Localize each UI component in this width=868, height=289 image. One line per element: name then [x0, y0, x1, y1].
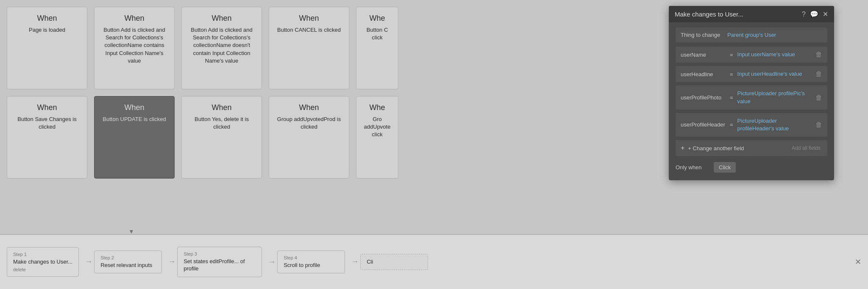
field-row-userprofilephoto[interactable]: userProfilePhoto = PictureUploader profi… [676, 85, 827, 109]
field-name-userprofileheader: userProfileHeader [681, 121, 727, 128]
close-icon[interactable]: ✕ [823, 10, 828, 18]
field-equals-username: = [730, 52, 733, 58]
thing-to-change-label: Thing to change [681, 32, 727, 38]
delete-icon-username[interactable]: 🗑 [815, 51, 822, 58]
field-equals-userprofilephoto: = [730, 94, 733, 101]
field-row-userprofileheader[interactable]: userProfileHeader = PictureUploader prof… [676, 113, 827, 137]
modal-panel: Make changes to User... ? 💬 ✕ Thing to c… [669, 6, 834, 180]
delete-icon-userheadline[interactable]: 🗑 [815, 70, 822, 78]
field-row-username[interactable]: userName = Input userName's value 🗑 [676, 47, 827, 63]
change-another-field-button[interactable]: + + Change another field Add all fields [676, 140, 827, 156]
field-equals-userprofileheader: = [730, 121, 733, 128]
field-name-userprofilephoto: userProfilePhoto [681, 94, 727, 101]
field-name-userheadline: userHeadline [681, 71, 727, 77]
modal-body: Thing to change Parent group's User user… [669, 22, 834, 180]
only-when-label: Only when [676, 164, 709, 171]
thing-to-change-row[interactable]: Thing to change Parent group's User [676, 28, 827, 42]
delete-icon-userprofileheader[interactable]: 🗑 [815, 121, 822, 129]
field-equals-userheadline: = [730, 71, 733, 77]
change-another-field-label: + Change another field [688, 145, 744, 151]
comment-icon[interactable]: 💬 [810, 10, 818, 18]
canvas-area: When Page is loaded When Button Add is c… [0, 0, 868, 289]
only-when-value[interactable]: Click [714, 162, 736, 173]
modal-title: Make changes to User... [675, 11, 743, 18]
plus-icon: + [681, 144, 684, 152]
delete-icon-userprofilephoto[interactable]: 🗑 [815, 94, 822, 102]
field-row-userheadline[interactable]: userHeadline = Input userHeadline's valu… [676, 66, 827, 82]
field-name-username: userName [681, 52, 727, 58]
add-all-fields-link[interactable]: Add all fields [792, 145, 822, 151]
help-icon[interactable]: ? [802, 11, 806, 18]
modal-header-actions: ? 💬 ✕ [802, 10, 828, 18]
thing-to-change-value: Parent group's User [727, 32, 776, 38]
modal-header: Make changes to User... ? 💬 ✕ [669, 6, 834, 22]
field-value-userheadline: Input userHeadline's value [737, 70, 813, 78]
field-value-userprofilephoto: PictureUploader profilePic's value [737, 90, 813, 105]
field-value-username: Input userName's value [737, 51, 813, 58]
field-value-userprofileheader: PictureUploader profileHeader's value [737, 117, 813, 132]
only-when-row: Only when Click [676, 160, 827, 175]
